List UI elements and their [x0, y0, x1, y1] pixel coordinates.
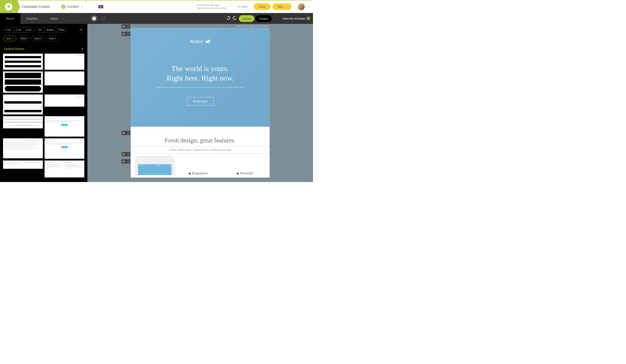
read-more-button[interactable]: Read more [187, 97, 213, 106]
block-settings-button[interactable]: ⚙ [121, 32, 126, 36]
block-add-button[interactable]: + [126, 32, 130, 36]
block-thumb[interactable]: Lorem ipsumLorem ipsum dolor sit amet, c… [44, 138, 84, 159]
block-add-button[interactable]: + [126, 131, 130, 135]
view-in-browser-link[interactable]: See this message in a browser [131, 24, 270, 28]
images-button[interactable]: Images [256, 15, 272, 22]
language-selector[interactable] [98, 3, 104, 10]
chevron-right-icon: › [285, 5, 286, 8]
top-header: BETA Campaign Creator 3 Content ▼ Autosa… [0, 0, 313, 13]
block-thumb[interactable]: ↕ [3, 94, 43, 114]
block-thumb[interactable]: Lorem ipsum [44, 94, 84, 107]
chevron-down-icon: ▼ [81, 48, 83, 50]
block-settings-button[interactable]: ⚙ [121, 24, 126, 29]
hero-block[interactable]: Rodeo The world is yours. Right here. Ri… [131, 28, 270, 127]
fullscreen-button[interactable]: ⛶ [100, 15, 107, 22]
paper-plane-icon [205, 39, 211, 44]
chevron-left-icon: ‹ [235, 5, 236, 8]
redo-icon [232, 16, 237, 20]
block-thumb[interactable] [3, 72, 43, 93]
style-3-chip[interactable]: Style 3 [32, 36, 44, 41]
type-button-chip[interactable]: Button [44, 27, 56, 33]
block-add-button[interactable]: + [126, 152, 130, 156]
feature-label: Powerful [237, 171, 253, 175]
type-photo-chip[interactable]: Photo [56, 27, 67, 33]
tab-styles[interactable]: Styles [44, 13, 64, 24]
block-thumb[interactable] [3, 54, 43, 70]
block-add-button[interactable]: + [126, 159, 130, 164]
canvas: ⚙+ ⚙+ ⚙+ ⚙+ ⚙+ See this message in a bro… [87, 24, 313, 182]
block-thumb[interactable]: Lorem ipsum dolor sit amet, consectetur … [3, 160, 43, 169]
undo-icon [226, 16, 231, 20]
step-selector[interactable]: 3 Content ▼ [57, 4, 86, 9]
undo-button[interactable] [226, 16, 231, 21]
brand-name: Rodeo [190, 38, 203, 44]
hero-title: The world is yours. Right here. Right no… [167, 64, 234, 83]
refresh-icon: ↻ [80, 28, 82, 32]
phone-mockup: ••• BELL ⏦4:21 PM▮ [135, 156, 174, 175]
style-2-chip[interactable]: Style 2 [17, 36, 30, 41]
style-4-chip[interactable]: Style 4 [46, 36, 59, 41]
step-label: Content [67, 5, 79, 9]
block-settings-button[interactable]: ⚙ [121, 159, 126, 164]
default-blocks-header[interactable]: Default blocks ▼ [0, 44, 87, 54]
block-thumb[interactable]: Lorem ipsum dolor sit amet, consectetur … [3, 138, 43, 158]
block-thumb[interactable]: Lorem ipsumLorem ipsum dolor sit amet, c… [44, 116, 84, 137]
phone-feature-block[interactable]: ••• BELL ⏦4:21 PM▮ Responsive Powerful [131, 153, 270, 178]
fullscreen-icon: ⛶ [102, 17, 105, 20]
chevron-down-icon[interactable]: ▼ [308, 5, 311, 8]
block-settings-button[interactable]: ⚙ [121, 152, 126, 156]
page-title: Campaign Creator [17, 5, 54, 9]
beta-label: BETA [12, 11, 16, 12]
avatar[interactable] [298, 3, 305, 10]
content-title-block[interactable]: Fresh design, great features. [131, 127, 270, 146]
tab-graphics[interactable]: Graphics [20, 13, 44, 24]
block-thumb[interactable]: Lorem ipsum [44, 54, 84, 70]
toolbar: Blocks Graphics Styles ? ⛶ Layout Images… [0, 13, 313, 24]
save-button[interactable]: Save [254, 3, 271, 10]
grid-icon [307, 17, 310, 20]
bird-icon [6, 5, 11, 8]
content-subtitle-block[interactable]: Etiam ullamcorper. Suspendisse a pellent… [131, 146, 270, 153]
refresh-button[interactable]: ↻ [78, 27, 84, 33]
uk-flag-icon [98, 5, 103, 8]
block-settings-button[interactable]: ⚙ [121, 131, 126, 135]
save-template-button[interactable]: Save the template [282, 17, 310, 20]
block-thumb[interactable]: Lorem ipsumLorem ipsum dolor sit amet, c… [44, 160, 84, 178]
layout-button[interactable]: Layout [239, 15, 254, 22]
block-thumb[interactable] [44, 72, 84, 85]
col-1-chip[interactable]: 1 col. [3, 27, 13, 33]
col-3-chip[interactable]: 3 col. [24, 27, 34, 33]
block-add-button[interactable]: + [126, 24, 130, 29]
step-number-badge: 3 [61, 4, 66, 9]
chevron-down-icon: ▼ [81, 5, 83, 8]
feature-label: Responsive [189, 171, 208, 175]
sidebar: 1 col. 2 col. 3 col. Text Button Photo ↻… [0, 24, 87, 182]
go-back-button[interactable]: ‹Go back [231, 3, 252, 10]
help-icon: ? [92, 16, 96, 20]
logo[interactable]: BETA [0, 0, 17, 13]
style-1-chip[interactable]: Style 1 [3, 36, 16, 41]
next-button[interactable]: Next› [272, 3, 291, 10]
restore-link[interactable]: Restore to the last version [197, 7, 227, 10]
tab-blocks[interactable]: Blocks [0, 13, 20, 24]
type-text-chip[interactable]: Text [36, 27, 44, 33]
autosave-status: Autosaved 46s ago Restore to the last ve… [197, 4, 227, 10]
help-button[interactable]: ? [90, 15, 98, 22]
col-2-chip[interactable]: 2 col. [13, 27, 24, 33]
redo-button[interactable] [232, 16, 237, 21]
block-thumb[interactable] [3, 116, 43, 128]
